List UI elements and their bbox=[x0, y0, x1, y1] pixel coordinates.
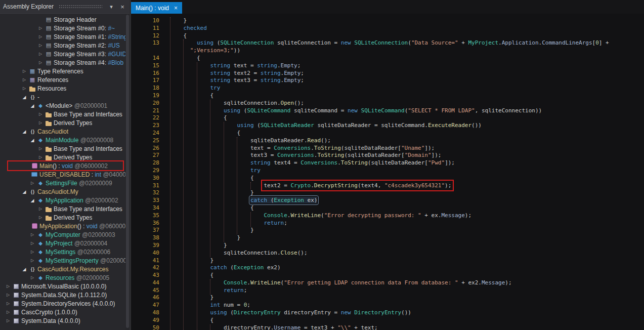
tab-main-void[interactable]: Main() : void bbox=[131, 2, 182, 14]
expand-arrow-icon[interactable] bbox=[4, 310, 12, 314]
tree-item-resources-folder[interactable]: Resources bbox=[0, 84, 130, 93]
code-line-31[interactable]: 31 text2 = Crypto.DecryptString(text4, "… bbox=[131, 182, 644, 190]
tree-item-type-myproject[interactable]: MyProject @02000004 bbox=[0, 239, 130, 247]
tree-scrollbar-thumb[interactable] bbox=[126, 15, 129, 328]
chevron-down-icon[interactable] bbox=[107, 3, 115, 11]
code-line-26[interactable]: 26 text = Conversions.ToString(sqliteDat… bbox=[131, 145, 644, 152]
expand-arrow-icon[interactable] bbox=[36, 52, 45, 56]
code-line-17[interactable]: 17 string text3 = string.Empty; bbox=[131, 77, 644, 85]
code-line-15[interactable]: 15 string text = string.Empty; bbox=[131, 62, 644, 70]
expand-arrow-icon[interactable] bbox=[36, 155, 45, 159]
code-line-46[interactable]: 46 } bbox=[131, 294, 644, 302]
expand-arrow-icon[interactable] bbox=[4, 293, 12, 297]
expand-arrow-icon[interactable] bbox=[36, 34, 45, 39]
close-icon[interactable] bbox=[118, 3, 126, 11]
code-line-13[interactable]: 13 using (SQLiteConnection sqliteConnect… bbox=[131, 39, 644, 47]
expand-arrow-icon[interactable] bbox=[36, 26, 45, 30]
collapse-arrow-icon[interactable] bbox=[28, 103, 36, 108]
code-line-22[interactable]: 22 { bbox=[131, 114, 644, 122]
expand-arrow-icon[interactable] bbox=[36, 120, 45, 125]
tree-item-namespace-cascaudiot[interactable]: CascAudiot bbox=[0, 127, 130, 136]
collapse-arrow-icon[interactable] bbox=[20, 189, 28, 194]
code-line-20[interactable]: 20 sqliteConnection.Open(); bbox=[131, 100, 644, 107]
code-line-41[interactable]: 41 } bbox=[131, 257, 644, 265]
code-line-37[interactable]: 37 } bbox=[131, 227, 644, 234]
expand-arrow-icon[interactable] bbox=[20, 86, 28, 91]
tree-item-storage-stream-2[interactable]: Storage Stream #2: #US bbox=[0, 41, 130, 50]
code-line-30[interactable]: 30 { bbox=[131, 175, 644, 182]
code-line-14[interactable]: 14 { bbox=[131, 55, 644, 62]
tree-item-namespace-cascaudiot-my-resources[interactable]: CascAudiot.My.Resources bbox=[0, 265, 130, 273]
code-line-16[interactable]: 16 string text2 = string.Empty; bbox=[131, 70, 644, 77]
tree-item-storage-stream-3[interactable]: Storage Stream #3: #GUID bbox=[0, 50, 130, 58]
tree-item-storage-stream-1[interactable]: Storage Stream #1: #Strings bbox=[0, 32, 130, 41]
code-line-33[interactable]: 33 catch (Exception ex) bbox=[131, 197, 644, 204]
collapse-arrow-icon[interactable] bbox=[20, 267, 28, 272]
tree-item-field-user-disabled[interactable]: USER_DISABLED : int @04000001 bbox=[0, 170, 130, 179]
expand-arrow-icon[interactable] bbox=[36, 112, 45, 116]
code-line-40[interactable]: 40 sqliteConnection.Close(); bbox=[131, 250, 644, 257]
code-line-32[interactable]: 32 } bbox=[131, 189, 644, 197]
tree-item-assembly-casccrypto[interactable]: CascCrypto (1.0.0.0) bbox=[0, 308, 130, 316]
tree-item-storage-stream-0[interactable]: Storage Stream #0: #~ bbox=[0, 24, 130, 32]
code-line-wrap[interactable]: ";Version=3;")) bbox=[131, 47, 644, 55]
code-line-35[interactable]: 35 Console.WriteLine("Error decrypting p… bbox=[131, 212, 644, 220]
tree-item-type-mainmodule[interactable]: MainModule @02000008 bbox=[0, 136, 130, 144]
code-line-44[interactable]: 44 Console.WriteLine("Error getting LDAP… bbox=[131, 279, 644, 287]
tree-item-method-myapplication[interactable]: MyApplication() : void @06000001 bbox=[0, 222, 130, 230]
tree-item-assembly-system-data-sqlite[interactable]: System.Data.SQLite (1.0.112.0) bbox=[0, 291, 130, 299]
tree-item-mainmodule-base-type-and-interfaces[interactable]: Base Type and Interfaces bbox=[0, 144, 130, 153]
collapse-arrow-icon[interactable] bbox=[20, 95, 28, 100]
code-line-45[interactable]: 45 return; bbox=[131, 287, 644, 295]
expand-arrow-icon[interactable] bbox=[28, 181, 36, 185]
tab-close-icon[interactable] bbox=[174, 5, 178, 12]
code-line-28[interactable]: 28 string text4 = Conversions.ToString(s… bbox=[131, 159, 644, 167]
code-line-23[interactable]: 23 using (SQLiteDataReader sqliteDataRea… bbox=[131, 122, 644, 130]
code-line-42[interactable]: 42 catch (Exception ex2) bbox=[131, 264, 644, 272]
tree-item-namespace-cascaudiot-my[interactable]: CascAudiot.My bbox=[0, 187, 130, 196]
code-line-29[interactable]: 29 try bbox=[131, 167, 644, 175]
code-line-25[interactable]: 25 sqliteDataReader.Read(); bbox=[131, 137, 644, 145]
code-line-10[interactable]: 10 } bbox=[131, 17, 644, 25]
collapse-arrow-icon[interactable] bbox=[28, 138, 36, 143]
tree-item-mainmodule-derived-types[interactable]: Derived Types bbox=[0, 153, 130, 161]
collapse-arrow-icon[interactable] bbox=[20, 129, 28, 134]
expand-arrow-icon[interactable] bbox=[36, 215, 45, 220]
code-line-39[interactable]: 39 } bbox=[131, 242, 644, 250]
code-line-48[interactable]: 48 using (DirectoryEntry directoryEntry … bbox=[131, 309, 644, 317]
tree-item-storage-header[interactable]: Storage Header bbox=[0, 15, 130, 24]
code-line-49[interactable]: 49 { bbox=[131, 317, 644, 324]
code-line-34[interactable]: 34 { bbox=[131, 204, 644, 212]
tree-item-module-derived-types[interactable]: Derived Types bbox=[0, 118, 130, 127]
expand-arrow-icon[interactable] bbox=[20, 69, 28, 73]
tree-item-references[interactable]: References bbox=[0, 75, 130, 84]
expand-arrow-icon[interactable] bbox=[36, 43, 45, 48]
expand-arrow-icon[interactable] bbox=[28, 275, 36, 280]
tree-item-namespace-dash[interactable]: - bbox=[0, 93, 130, 101]
code-line-43[interactable]: 43 { bbox=[131, 272, 644, 279]
tree-item-type-resources[interactable]: Resources @02000005 bbox=[0, 273, 130, 282]
expand-arrow-icon[interactable] bbox=[28, 241, 36, 245]
code-line-18[interactable]: 18 try bbox=[131, 85, 644, 92]
tree-item-type-module[interactable]: <Module> @02000001 bbox=[0, 101, 130, 110]
code-line-36[interactable]: 36 return; bbox=[131, 220, 644, 227]
expand-arrow-icon[interactable] bbox=[36, 207, 45, 211]
tree-item-type-myapplication[interactable]: MyApplication @02000002 bbox=[0, 196, 130, 204]
collapse-arrow-icon[interactable] bbox=[28, 198, 36, 203]
expand-arrow-icon[interactable] bbox=[4, 284, 12, 288]
tree-item-assembly-microsoft-visualbasic[interactable]: Microsoft.VisualBasic (10.0.0.0) bbox=[0, 282, 130, 291]
tree-item-type-mycomputer[interactable]: MyComputer @02000003 bbox=[0, 230, 130, 239]
expand-arrow-icon[interactable] bbox=[28, 232, 36, 237]
code-line-11[interactable]: 11 checked bbox=[131, 25, 644, 32]
expand-arrow-icon[interactable] bbox=[4, 301, 12, 306]
tree-item-storage-stream-4[interactable]: Storage Stream #4: #Blob bbox=[0, 58, 130, 67]
tree-item-method-main[interactable]: Main() : void @06000002 bbox=[0, 161, 130, 170]
code-line-50[interactable]: 50 directoryEntry.Username = text3 + "\\… bbox=[131, 324, 644, 330]
expand-arrow-icon[interactable] bbox=[28, 258, 36, 263]
tree-item-type-settingsfile[interactable]: SettingsFile @02000009 bbox=[0, 179, 130, 187]
code-line-38[interactable]: 38 } bbox=[131, 234, 644, 242]
expand-arrow-icon[interactable] bbox=[20, 77, 28, 82]
tree-item-type-mysettings[interactable]: MySettings @02000006 bbox=[0, 247, 130, 256]
code-view[interactable]: 10 }11 checked12 {13 using (SQLiteConnec… bbox=[131, 14, 644, 330]
tree-item-module-base-type-and-interfaces[interactable]: Base Type and Interfaces bbox=[0, 110, 130, 118]
